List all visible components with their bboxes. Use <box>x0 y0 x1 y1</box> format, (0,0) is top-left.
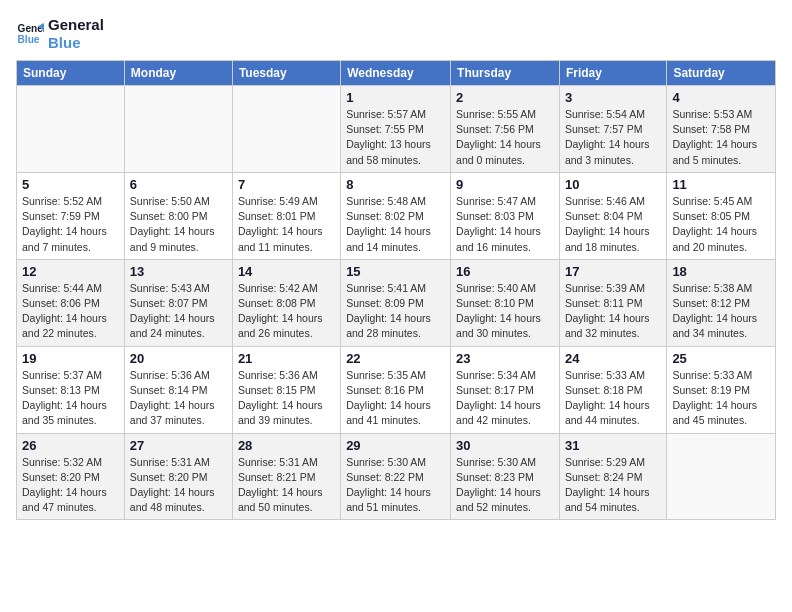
day-number: 1 <box>346 90 445 105</box>
day-number: 19 <box>22 351 119 366</box>
calendar-day-20: 20Sunrise: 5:36 AMSunset: 8:14 PMDayligh… <box>124 346 232 433</box>
day-info: Sunrise: 5:55 AMSunset: 7:56 PMDaylight:… <box>456 107 554 168</box>
day-info: Sunrise: 5:32 AMSunset: 8:20 PMDaylight:… <box>22 455 119 516</box>
calendar-day-13: 13Sunrise: 5:43 AMSunset: 8:07 PMDayligh… <box>124 259 232 346</box>
day-number: 20 <box>130 351 227 366</box>
day-info: Sunrise: 5:31 AMSunset: 8:21 PMDaylight:… <box>238 455 335 516</box>
day-info: Sunrise: 5:44 AMSunset: 8:06 PMDaylight:… <box>22 281 119 342</box>
day-info: Sunrise: 5:36 AMSunset: 8:15 PMDaylight:… <box>238 368 335 429</box>
day-number: 29 <box>346 438 445 453</box>
weekday-header-tuesday: Tuesday <box>232 61 340 86</box>
logo: General Blue General Blue <box>16 16 104 52</box>
day-info: Sunrise: 5:50 AMSunset: 8:00 PMDaylight:… <box>130 194 227 255</box>
day-number: 10 <box>565 177 661 192</box>
day-number: 22 <box>346 351 445 366</box>
calendar-day-28: 28Sunrise: 5:31 AMSunset: 8:21 PMDayligh… <box>232 433 340 520</box>
logo-general: General <box>48 16 104 34</box>
calendar-day-19: 19Sunrise: 5:37 AMSunset: 8:13 PMDayligh… <box>17 346 125 433</box>
day-number: 9 <box>456 177 554 192</box>
day-number: 17 <box>565 264 661 279</box>
calendar-day-31: 31Sunrise: 5:29 AMSunset: 8:24 PMDayligh… <box>559 433 666 520</box>
calendar-empty-cell <box>232 86 340 173</box>
day-info: Sunrise: 5:57 AMSunset: 7:55 PMDaylight:… <box>346 107 445 168</box>
day-info: Sunrise: 5:52 AMSunset: 7:59 PMDaylight:… <box>22 194 119 255</box>
day-number: 11 <box>672 177 770 192</box>
day-info: Sunrise: 5:46 AMSunset: 8:04 PMDaylight:… <box>565 194 661 255</box>
day-number: 8 <box>346 177 445 192</box>
weekday-header-thursday: Thursday <box>451 61 560 86</box>
day-number: 15 <box>346 264 445 279</box>
calendar-day-16: 16Sunrise: 5:40 AMSunset: 8:10 PMDayligh… <box>451 259 560 346</box>
day-info: Sunrise: 5:49 AMSunset: 8:01 PMDaylight:… <box>238 194 335 255</box>
calendar-day-12: 12Sunrise: 5:44 AMSunset: 8:06 PMDayligh… <box>17 259 125 346</box>
calendar-week-row: 12Sunrise: 5:44 AMSunset: 8:06 PMDayligh… <box>17 259 776 346</box>
weekday-header-friday: Friday <box>559 61 666 86</box>
day-number: 12 <box>22 264 119 279</box>
day-info: Sunrise: 5:40 AMSunset: 8:10 PMDaylight:… <box>456 281 554 342</box>
day-info: Sunrise: 5:37 AMSunset: 8:13 PMDaylight:… <box>22 368 119 429</box>
day-number: 13 <box>130 264 227 279</box>
day-number: 6 <box>130 177 227 192</box>
day-number: 4 <box>672 90 770 105</box>
day-number: 26 <box>22 438 119 453</box>
day-number: 18 <box>672 264 770 279</box>
calendar-day-22: 22Sunrise: 5:35 AMSunset: 8:16 PMDayligh… <box>341 346 451 433</box>
day-number: 23 <box>456 351 554 366</box>
weekday-header-row: SundayMondayTuesdayWednesdayThursdayFrid… <box>17 61 776 86</box>
calendar-week-row: 5Sunrise: 5:52 AMSunset: 7:59 PMDaylight… <box>17 172 776 259</box>
day-info: Sunrise: 5:43 AMSunset: 8:07 PMDaylight:… <box>130 281 227 342</box>
day-info: Sunrise: 5:34 AMSunset: 8:17 PMDaylight:… <box>456 368 554 429</box>
weekday-header-wednesday: Wednesday <box>341 61 451 86</box>
calendar-day-15: 15Sunrise: 5:41 AMSunset: 8:09 PMDayligh… <box>341 259 451 346</box>
day-number: 7 <box>238 177 335 192</box>
calendar-day-26: 26Sunrise: 5:32 AMSunset: 8:20 PMDayligh… <box>17 433 125 520</box>
day-number: 28 <box>238 438 335 453</box>
calendar-day-2: 2Sunrise: 5:55 AMSunset: 7:56 PMDaylight… <box>451 86 560 173</box>
calendar-day-6: 6Sunrise: 5:50 AMSunset: 8:00 PMDaylight… <box>124 172 232 259</box>
calendar-day-30: 30Sunrise: 5:30 AMSunset: 8:23 PMDayligh… <box>451 433 560 520</box>
calendar-day-27: 27Sunrise: 5:31 AMSunset: 8:20 PMDayligh… <box>124 433 232 520</box>
day-number: 31 <box>565 438 661 453</box>
calendar-day-14: 14Sunrise: 5:42 AMSunset: 8:08 PMDayligh… <box>232 259 340 346</box>
day-info: Sunrise: 5:35 AMSunset: 8:16 PMDaylight:… <box>346 368 445 429</box>
day-info: Sunrise: 5:42 AMSunset: 8:08 PMDaylight:… <box>238 281 335 342</box>
calendar-day-24: 24Sunrise: 5:33 AMSunset: 8:18 PMDayligh… <box>559 346 666 433</box>
calendar-empty-cell <box>667 433 776 520</box>
day-number: 16 <box>456 264 554 279</box>
svg-text:General: General <box>18 23 44 34</box>
day-info: Sunrise: 5:36 AMSunset: 8:14 PMDaylight:… <box>130 368 227 429</box>
day-number: 30 <box>456 438 554 453</box>
calendar-day-18: 18Sunrise: 5:38 AMSunset: 8:12 PMDayligh… <box>667 259 776 346</box>
calendar-week-row: 1Sunrise: 5:57 AMSunset: 7:55 PMDaylight… <box>17 86 776 173</box>
day-info: Sunrise: 5:33 AMSunset: 8:19 PMDaylight:… <box>672 368 770 429</box>
day-number: 3 <box>565 90 661 105</box>
calendar-day-1: 1Sunrise: 5:57 AMSunset: 7:55 PMDaylight… <box>341 86 451 173</box>
day-number: 27 <box>130 438 227 453</box>
logo-blue: Blue <box>48 34 104 52</box>
day-number: 2 <box>456 90 554 105</box>
weekday-header-saturday: Saturday <box>667 61 776 86</box>
day-info: Sunrise: 5:48 AMSunset: 8:02 PMDaylight:… <box>346 194 445 255</box>
day-info: Sunrise: 5:38 AMSunset: 8:12 PMDaylight:… <box>672 281 770 342</box>
calendar-day-9: 9Sunrise: 5:47 AMSunset: 8:03 PMDaylight… <box>451 172 560 259</box>
day-number: 5 <box>22 177 119 192</box>
day-info: Sunrise: 5:54 AMSunset: 7:57 PMDaylight:… <box>565 107 661 168</box>
day-number: 25 <box>672 351 770 366</box>
calendar-day-11: 11Sunrise: 5:45 AMSunset: 8:05 PMDayligh… <box>667 172 776 259</box>
calendar-day-3: 3Sunrise: 5:54 AMSunset: 7:57 PMDaylight… <box>559 86 666 173</box>
weekday-header-monday: Monday <box>124 61 232 86</box>
day-number: 24 <box>565 351 661 366</box>
page-header: General Blue General Blue <box>16 16 776 52</box>
day-info: Sunrise: 5:33 AMSunset: 8:18 PMDaylight:… <box>565 368 661 429</box>
day-info: Sunrise: 5:30 AMSunset: 8:23 PMDaylight:… <box>456 455 554 516</box>
day-number: 14 <box>238 264 335 279</box>
calendar-day-4: 4Sunrise: 5:53 AMSunset: 7:58 PMDaylight… <box>667 86 776 173</box>
day-info: Sunrise: 5:39 AMSunset: 8:11 PMDaylight:… <box>565 281 661 342</box>
weekday-header-sunday: Sunday <box>17 61 125 86</box>
logo-icon: General Blue <box>16 20 44 48</box>
day-info: Sunrise: 5:30 AMSunset: 8:22 PMDaylight:… <box>346 455 445 516</box>
calendar-table: SundayMondayTuesdayWednesdayThursdayFrid… <box>16 60 776 520</box>
svg-text:Blue: Blue <box>18 34 40 45</box>
calendar-day-21: 21Sunrise: 5:36 AMSunset: 8:15 PMDayligh… <box>232 346 340 433</box>
day-info: Sunrise: 5:31 AMSunset: 8:20 PMDaylight:… <box>130 455 227 516</box>
